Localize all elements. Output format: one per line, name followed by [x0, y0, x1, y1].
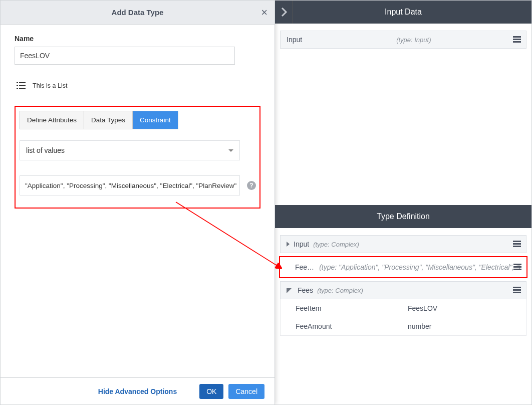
typedef-input-name: Input	[294, 240, 309, 248]
help-icon[interactable]: ?	[247, 181, 256, 190]
expand-right-icon[interactable]	[287, 242, 290, 247]
tab-constraint[interactable]: Constraint	[133, 111, 178, 129]
svg-rect-12	[513, 264, 521, 265]
fees-name: Fees	[298, 286, 313, 294]
svg-rect-3	[19, 85, 26, 86]
svg-rect-16	[513, 289, 521, 291]
constraint-highlight-box: Define Attributes Data Types Constraint …	[15, 106, 260, 209]
input-data-area: Input (type: Input)	[275, 24, 531, 205]
svg-rect-5	[19, 88, 26, 89]
constraint-type-value: list of values	[26, 146, 65, 154]
modal-header: Add Data Type ×	[1, 1, 275, 25]
fees-fields-grid: FeeItem FeesLOV FeeAmount number	[280, 299, 526, 336]
right-side: Input Data Input (type: Input) Type Defi…	[275, 1, 531, 404]
svg-rect-1	[19, 82, 26, 83]
add-data-type-modal: Add Data Type × Name This is a List Defi…	[1, 1, 275, 404]
input-data-title: Input Data	[385, 8, 422, 17]
expand-collapse-icon[interactable]	[287, 288, 292, 293]
list-icon	[17, 82, 26, 90]
fees-type: (type: Complex)	[317, 287, 363, 294]
input-type-hint: (type: Input)	[396, 36, 431, 44]
modal-body: Name This is a List Define Attributes Da…	[1, 25, 275, 404]
svg-rect-7	[513, 39, 521, 40]
feeslov-name: Fee…	[295, 263, 314, 271]
chevron-down-icon	[228, 149, 233, 152]
ok-button[interactable]: OK	[199, 384, 223, 399]
menu-icon[interactable]	[513, 287, 521, 294]
svg-rect-9	[513, 241, 521, 242]
tab-data-types[interactable]: Data Types	[84, 111, 133, 129]
svg-rect-0	[17, 82, 18, 83]
constraint-values-input[interactable]: "Application", "Processing", "Miscellane…	[20, 175, 240, 195]
name-input[interactable]	[15, 47, 235, 65]
fee-item-name: FeeItem	[296, 304, 408, 312]
hide-advanced-options-text[interactable]: Hide Advanced Options	[98, 387, 177, 395]
svg-rect-8	[513, 41, 521, 43]
input-data-header: Input Data	[275, 1, 531, 24]
constraint-values-text: "Application", "Processing", "Miscellane…	[25, 182, 236, 189]
svg-rect-17	[513, 292, 521, 293]
type-definition-area: Input (type: Complex) Fee… (type: "Appli…	[275, 228, 531, 343]
constraint-type-select[interactable]: list of values	[20, 140, 240, 160]
svg-rect-13	[513, 266, 521, 268]
name-label: Name	[15, 35, 260, 43]
cancel-button[interactable]: Cancel	[228, 384, 264, 399]
fee-item-type: FeesLOV	[408, 304, 520, 312]
svg-rect-10	[513, 243, 521, 245]
fee-item-row: FeeItem FeesLOV	[281, 299, 526, 317]
svg-rect-11	[513, 246, 521, 247]
type-definition-header: Type Definition	[275, 205, 531, 228]
menu-icon[interactable]	[513, 36, 521, 43]
modal-title: Add Data Type	[112, 8, 164, 17]
svg-rect-6	[513, 36, 521, 38]
collapse-button[interactable]	[275, 1, 293, 24]
input-name: Input	[287, 36, 302, 44]
svg-rect-15	[513, 287, 521, 288]
typedef-input-row[interactable]: Input (type: Complex)	[280, 235, 526, 253]
svg-rect-4	[17, 88, 18, 89]
fee-amount-row: FeeAmount number	[281, 317, 526, 335]
fee-amount-type: number	[408, 322, 520, 330]
is-a-list-label: This is a List	[33, 82, 67, 89]
input-card[interactable]: Input (type: Input)	[280, 31, 526, 49]
fee-lov-highlight-box: Fee… (type: "Application", "Processing",…	[279, 256, 527, 278]
menu-icon[interactable]	[513, 241, 521, 248]
tab-define-attributes[interactable]: Define Attributes	[20, 111, 84, 129]
svg-rect-2	[17, 85, 18, 86]
svg-rect-14	[513, 269, 521, 270]
constraint-tabs: Define Attributes Data Types Constraint	[20, 111, 178, 129]
fee-amount-name: FeeAmount	[296, 322, 408, 330]
typedef-feeslov-row[interactable]: Fee… (type: "Application", "Processing",…	[280, 257, 526, 277]
menu-icon[interactable]	[513, 264, 521, 271]
typedef-fees-row[interactable]: Fees (type: Complex)	[280, 281, 526, 299]
close-icon[interactable]: ×	[261, 7, 268, 18]
is-a-list-row: This is a List	[15, 82, 260, 90]
modal-footer: Hide Advanced Options OK Cancel	[1, 377, 275, 404]
feeslov-type: (type: "Application", "Processing", "Mis…	[319, 263, 520, 271]
type-definition-title: Type Definition	[377, 212, 430, 221]
typedef-input-type: (type: Complex)	[313, 241, 359, 248]
